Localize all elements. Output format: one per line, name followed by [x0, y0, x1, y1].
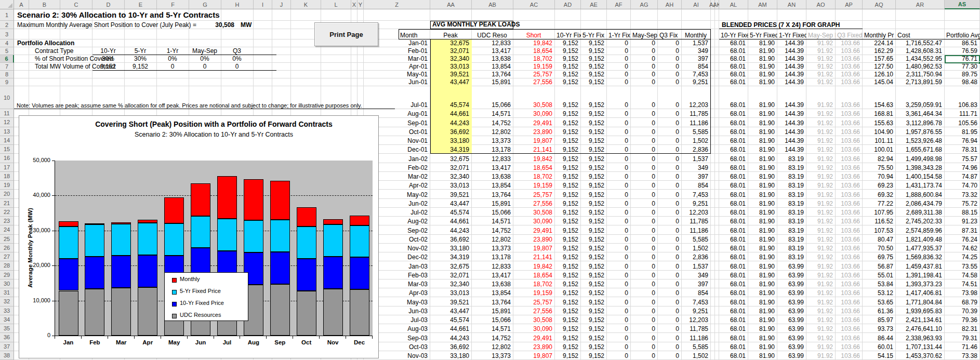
peak-loads-cell[interactable]: Jul-03: [364, 315, 430, 324]
blended-prices-cell[interactable]: 107.53: [863, 225, 896, 234]
blended-prices-cell[interactable]: 53.65: [863, 297, 896, 306]
blended-prices-cell[interactable]: 73.98: [945, 288, 980, 297]
peak-loads-cell[interactable]: 13,764: [472, 71, 513, 78]
blended-prices-cell[interactable]: 68.01: [719, 208, 748, 217]
portfolio-value-cell[interactable]: 30%: [92, 55, 125, 63]
peak-loads-cell[interactable]: 0: [631, 288, 658, 297]
blended-prices-cell[interactable]: 103.66: [836, 145, 863, 154]
peak-loads-cell[interactable]: 0: [607, 324, 631, 333]
peak-loads-cell[interactable]: 9,152: [581, 315, 607, 324]
peak-loads-cell[interactable]: 0: [607, 261, 631, 270]
peak-loads-cell[interactable]: 0: [631, 351, 658, 360]
blended-prices-cell[interactable]: 69.75: [863, 252, 896, 261]
peak-loads-cell[interactable]: 13,638: [472, 279, 513, 288]
blended-prices-cell[interactable]: 68.01: [719, 71, 748, 78]
blended-prices-cell[interactable]: 91.92: [806, 63, 836, 71]
blended-prices-cell[interactable]: 81.90: [748, 315, 777, 324]
peak-loads-cell[interactable]: 0: [607, 127, 631, 136]
blended-prices-column-header[interactable]: Q3 Fixed: [836, 29, 863, 39]
blended-prices-cell[interactable]: 81.90: [748, 145, 777, 154]
peak-loads-cell[interactable]: 0: [607, 39, 631, 47]
blended-prices-column-header[interactable]: May-Sep F: [806, 29, 836, 39]
peak-loads-cell[interactable]: 9,152: [555, 244, 581, 252]
peak-loads-cell[interactable]: 9,152: [555, 47, 581, 55]
blended-prices-cell[interactable]: 81.90: [748, 333, 777, 342]
peak-loads-cell[interactable]: 0: [607, 279, 631, 288]
blended-prices-cell[interactable]: 1,431,173.74: [896, 181, 945, 190]
peak-loads-cell[interactable]: 0: [658, 78, 682, 86]
blended-prices-cell[interactable]: 103.66: [836, 63, 863, 71]
peak-loads-cell[interactable]: 9,152: [555, 109, 581, 118]
blended-prices-cell[interactable]: 2,338,963.93: [896, 333, 945, 342]
peak-loads-cell[interactable]: Nov-01: [364, 136, 430, 145]
blended-prices-cell[interactable]: 81.90: [748, 172, 777, 181]
peak-loads-cell[interactable]: 45,574: [430, 208, 472, 217]
blended-prices-cell[interactable]: 88.15: [945, 208, 980, 217]
peak-loads-cell[interactable]: 30,508: [513, 315, 555, 324]
blended-prices-cell[interactable]: 91.92: [806, 172, 836, 181]
peak-loads-cell[interactable]: 0: [631, 86, 658, 109]
peak-loads-cell[interactable]: 397: [682, 279, 711, 288]
portfolio-value-cell[interactable]: 0%: [157, 55, 189, 63]
peak-loads-cell[interactable]: 44,243: [430, 333, 472, 342]
peak-loads-cell[interactable]: 39,521: [430, 190, 472, 198]
peak-loads-cell[interactable]: Oct-03: [364, 342, 430, 351]
blended-prices-cell[interactable]: 1,707,131.44: [896, 342, 945, 351]
peak-loads-cell[interactable]: 9,152: [581, 225, 607, 234]
blended-prices-cell[interactable]: 1,655,671.68: [896, 145, 945, 154]
blended-prices-cell[interactable]: 103.66: [836, 235, 863, 244]
blended-prices-cell[interactable]: 91.23: [945, 217, 980, 225]
blended-prices-cell[interactable]: 144.39: [777, 78, 806, 86]
blended-prices-cell[interactable]: 81.90: [748, 252, 777, 261]
peak-loads-cell[interactable]: 0: [658, 297, 682, 306]
blended-prices-cell[interactable]: 103.66: [836, 136, 863, 145]
peak-loads-cell[interactable]: 1,502: [682, 351, 711, 360]
peak-loads-cell[interactable]: 13,417: [472, 47, 513, 55]
peak-loads-cell[interactable]: 18,654: [513, 271, 555, 279]
blended-prices-cell[interactable]: 81.90: [748, 154, 777, 163]
blended-prices-cell[interactable]: 68.01: [719, 261, 748, 270]
peak-loads-cell[interactable]: 44,661: [430, 109, 472, 118]
peak-loads-cell[interactable]: 0: [631, 261, 658, 270]
peak-loads-cell[interactable]: 0: [607, 333, 631, 342]
peak-loads-cell[interactable]: 34,319: [430, 252, 472, 261]
peak-loads-cell[interactable]: 13,373: [472, 351, 513, 360]
blended-prices-cell[interactable]: 91.92: [806, 244, 836, 252]
blended-prices-cell[interactable]: 68.01: [719, 199, 748, 208]
blended-prices-cell[interactable]: 68.01: [719, 181, 748, 190]
blended-prices-column-header[interactable]: 5-Yr Fixed: [748, 29, 777, 39]
peak-loads-cell[interactable]: 36,692: [430, 127, 472, 136]
peak-loads-cell[interactable]: 14,752: [472, 333, 513, 342]
peak-loads-cell[interactable]: 0: [607, 252, 631, 261]
peak-loads-cell[interactable]: 25,757: [513, 297, 555, 306]
peak-loads-cell[interactable]: 19,807: [513, 244, 555, 252]
peak-loads-cell[interactable]: 0: [658, 279, 682, 288]
blended-prices-cell[interactable]: 68.01: [719, 235, 748, 244]
peak-loads-cell[interactable]: 0: [658, 225, 682, 234]
peak-loads-cell[interactable]: 9,152: [555, 297, 581, 306]
blended-prices-cell[interactable]: 91.92: [806, 297, 836, 306]
peak-loads-cell[interactable]: 9,152: [555, 252, 581, 261]
blended-prices-cell[interactable]: 81.90: [748, 235, 777, 244]
peak-loads-cell[interactable]: 0: [658, 190, 682, 198]
blended-prices-cell[interactable]: 68.01: [719, 306, 748, 315]
peak-loads-cell[interactable]: Aug-01: [364, 109, 430, 118]
blended-prices-cell[interactable]: 1,391,198.41: [896, 271, 945, 279]
blended-prices-cell[interactable]: 103.66: [836, 297, 863, 306]
peak-loads-cell[interactable]: 9,152: [581, 217, 607, 225]
peak-loads-cell[interactable]: 39,521: [430, 71, 472, 78]
peak-loads-cell[interactable]: 0: [607, 208, 631, 217]
blended-prices-cell[interactable]: 1,569,836.32: [896, 252, 945, 261]
peak-loads-cell[interactable]: 0: [658, 71, 682, 78]
peak-loads-cell[interactable]: 0: [658, 244, 682, 252]
peak-loads-cell[interactable]: 9,152: [581, 271, 607, 279]
blended-prices-cell[interactable]: 91.92: [806, 279, 836, 288]
peak-loads-cell[interactable]: 0: [607, 190, 631, 198]
blended-prices-column-header[interactable]: Portfolio Avg: [945, 29, 980, 39]
peak-loads-cell[interactable]: 0: [631, 306, 658, 315]
blended-prices-cell[interactable]: 91.92: [806, 199, 836, 208]
blended-prices-cell[interactable]: 144.39: [777, 109, 806, 118]
blended-prices-cell[interactable]: 70.50: [863, 244, 896, 252]
blended-prices-cell[interactable]: 68.01: [719, 127, 748, 136]
peak-loads-cell[interactable]: 19,807: [513, 351, 555, 360]
